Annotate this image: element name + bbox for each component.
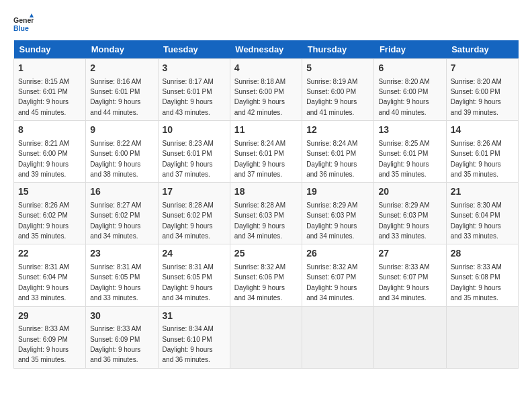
day-number: 19 [306, 185, 369, 199]
day-number: 18 [234, 185, 298, 199]
day-number: 23 [90, 247, 153, 261]
calendar-cell: 6Sunrise: 8:20 AMSunset: 6:00 PMDaylight… [374, 59, 446, 121]
day-number: 30 [90, 310, 153, 323]
calendar-cell: 13Sunrise: 8:25 AMSunset: 6:01 PMDayligh… [374, 121, 446, 183]
calendar-cell: 5Sunrise: 8:19 AMSunset: 6:00 PMDaylight… [302, 59, 374, 121]
calendar-cell: 24Sunrise: 8:31 AMSunset: 6:05 PMDayligh… [158, 244, 230, 306]
calendar-header: SundayMondayTuesdayWednesdayThursdayFrid… [14, 40, 519, 59]
calendar-cell [374, 306, 446, 368]
calendar-cell: 17Sunrise: 8:28 AMSunset: 6:02 PMDayligh… [158, 183, 230, 244]
day-info: Sunrise: 8:23 AMSunset: 6:01 PMDaylight:… [163, 140, 214, 178]
calendar-cell: 9Sunrise: 8:22 AMSunset: 6:00 PMDaylight… [86, 121, 158, 183]
calendar-cell: 7Sunrise: 8:20 AMSunset: 6:00 PMDaylight… [446, 59, 518, 121]
header-saturday: Saturday [446, 40, 518, 59]
calendar-cell: 23Sunrise: 8:31 AMSunset: 6:05 PMDayligh… [86, 244, 158, 306]
header: General Blue [13, 13, 519, 34]
day-number: 31 [163, 310, 226, 323]
day-info: Sunrise: 8:33 AMSunset: 6:07 PMDaylight:… [378, 263, 429, 302]
day-number: 21 [451, 185, 514, 199]
day-info: Sunrise: 8:34 AMSunset: 6:10 PMDaylight:… [163, 325, 214, 363]
day-info: Sunrise: 8:27 AMSunset: 6:02 PMDaylight:… [90, 201, 141, 240]
day-number: 7 [451, 62, 514, 75]
day-info: Sunrise: 8:26 AMSunset: 6:02 PMDaylight:… [18, 201, 69, 240]
day-info: Sunrise: 8:25 AMSunset: 6:01 PMDaylight:… [378, 140, 429, 178]
calendar-cell: 3Sunrise: 8:17 AMSunset: 6:01 PMDaylight… [158, 59, 230, 121]
day-info: Sunrise: 8:15 AMSunset: 6:01 PMDaylight:… [18, 78, 69, 116]
day-info: Sunrise: 8:26 AMSunset: 6:01 PMDaylight:… [451, 140, 502, 178]
calendar-week-3: 15Sunrise: 8:26 AMSunset: 6:02 PMDayligh… [14, 183, 519, 244]
day-info: Sunrise: 8:20 AMSunset: 6:00 PMDaylight:… [451, 78, 502, 116]
day-number: 5 [306, 62, 369, 75]
calendar-cell: 15Sunrise: 8:26 AMSunset: 6:02 PMDayligh… [14, 183, 86, 244]
header-sunday: Sunday [14, 40, 86, 59]
calendar-cell: 30Sunrise: 8:33 AMSunset: 6:09 PMDayligh… [86, 306, 158, 368]
calendar-cell [446, 306, 518, 368]
calendar-cell: 2Sunrise: 8:16 AMSunset: 6:01 PMDaylight… [86, 59, 158, 121]
day-info: Sunrise: 8:33 AMSunset: 6:08 PMDaylight:… [451, 263, 502, 302]
calendar-cell: 31Sunrise: 8:34 AMSunset: 6:10 PMDayligh… [158, 306, 230, 368]
day-number: 26 [306, 247, 369, 261]
day-info: Sunrise: 8:28 AMSunset: 6:02 PMDaylight:… [163, 201, 214, 240]
day-number: 17 [163, 185, 226, 199]
header-row: SundayMondayTuesdayWednesdayThursdayFrid… [14, 40, 519, 59]
calendar-cell: 29Sunrise: 8:33 AMSunset: 6:09 PMDayligh… [14, 306, 86, 368]
day-info: Sunrise: 8:30 AMSunset: 6:04 PMDaylight:… [451, 201, 502, 240]
logo-icon: General Blue [13, 13, 34, 34]
calendar-cell: 20Sunrise: 8:29 AMSunset: 6:03 PMDayligh… [374, 183, 446, 244]
day-number: 8 [18, 124, 81, 137]
day-number: 22 [18, 247, 81, 261]
header-wednesday: Wednesday [230, 40, 302, 59]
day-number: 1 [18, 62, 81, 75]
svg-text:Blue: Blue [13, 24, 29, 32]
calendar-cell: 8Sunrise: 8:21 AMSunset: 6:00 PMDaylight… [14, 121, 86, 183]
header-tuesday: Tuesday [158, 40, 230, 59]
day-number: 4 [234, 62, 298, 75]
calendar-cell [230, 306, 302, 368]
day-info: Sunrise: 8:33 AMSunset: 6:09 PMDaylight:… [18, 325, 69, 363]
day-info: Sunrise: 8:19 AMSunset: 6:00 PMDaylight:… [306, 78, 357, 116]
calendar-cell: 4Sunrise: 8:18 AMSunset: 6:00 PMDaylight… [230, 59, 302, 121]
calendar-cell: 16Sunrise: 8:27 AMSunset: 6:02 PMDayligh… [86, 183, 158, 244]
calendar-cell: 27Sunrise: 8:33 AMSunset: 6:07 PMDayligh… [374, 244, 446, 306]
day-info: Sunrise: 8:32 AMSunset: 6:06 PMDaylight:… [234, 263, 285, 302]
day-number: 6 [378, 62, 441, 75]
day-info: Sunrise: 8:22 AMSunset: 6:00 PMDaylight:… [90, 140, 141, 178]
day-number: 3 [163, 62, 226, 75]
calendar-cell: 11Sunrise: 8:24 AMSunset: 6:01 PMDayligh… [230, 121, 302, 183]
day-info: Sunrise: 8:24 AMSunset: 6:01 PMDaylight:… [306, 140, 357, 178]
day-number: 16 [90, 185, 153, 199]
day-number: 24 [163, 247, 226, 261]
day-number: 15 [18, 185, 81, 199]
day-number: 25 [234, 247, 298, 261]
day-info: Sunrise: 8:29 AMSunset: 6:03 PMDaylight:… [378, 201, 429, 240]
calendar-week-1: 1Sunrise: 8:15 AMSunset: 6:01 PMDaylight… [14, 59, 519, 121]
day-number: 2 [90, 62, 153, 75]
calendar-week-2: 8Sunrise: 8:21 AMSunset: 6:00 PMDaylight… [14, 121, 519, 183]
day-number: 28 [451, 247, 514, 261]
day-info: Sunrise: 8:21 AMSunset: 6:00 PMDaylight:… [18, 140, 69, 178]
calendar-cell: 1Sunrise: 8:15 AMSunset: 6:01 PMDaylight… [14, 59, 86, 121]
day-number: 12 [306, 124, 369, 137]
day-info: Sunrise: 8:29 AMSunset: 6:03 PMDaylight:… [306, 201, 357, 240]
logo: General Blue [13, 13, 36, 34]
day-info: Sunrise: 8:16 AMSunset: 6:01 PMDaylight:… [90, 78, 141, 116]
calendar-cell: 21Sunrise: 8:30 AMSunset: 6:04 PMDayligh… [446, 183, 518, 244]
calendar-cell: 25Sunrise: 8:32 AMSunset: 6:06 PMDayligh… [230, 244, 302, 306]
calendar-cell: 12Sunrise: 8:24 AMSunset: 6:01 PMDayligh… [302, 121, 374, 183]
day-info: Sunrise: 8:24 AMSunset: 6:01 PMDaylight:… [234, 140, 285, 178]
day-number: 10 [163, 124, 226, 137]
day-info: Sunrise: 8:31 AMSunset: 6:05 PMDaylight:… [163, 263, 214, 302]
day-info: Sunrise: 8:31 AMSunset: 6:05 PMDaylight:… [90, 263, 141, 302]
calendar-cell: 18Sunrise: 8:28 AMSunset: 6:03 PMDayligh… [230, 183, 302, 244]
day-info: Sunrise: 8:32 AMSunset: 6:07 PMDaylight:… [306, 263, 357, 302]
day-info: Sunrise: 8:20 AMSunset: 6:00 PMDaylight:… [378, 78, 429, 116]
calendar-table: SundayMondayTuesdayWednesdayThursdayFrid… [13, 40, 519, 369]
day-number: 11 [234, 124, 298, 137]
calendar-cell [302, 306, 374, 368]
day-number: 29 [18, 310, 81, 323]
calendar-cell: 28Sunrise: 8:33 AMSunset: 6:08 PMDayligh… [446, 244, 518, 306]
calendar-cell: 19Sunrise: 8:29 AMSunset: 6:03 PMDayligh… [302, 183, 374, 244]
calendar-cell: 14Sunrise: 8:26 AMSunset: 6:01 PMDayligh… [446, 121, 518, 183]
day-info: Sunrise: 8:31 AMSunset: 6:04 PMDaylight:… [18, 263, 69, 302]
day-number: 27 [378, 247, 441, 261]
